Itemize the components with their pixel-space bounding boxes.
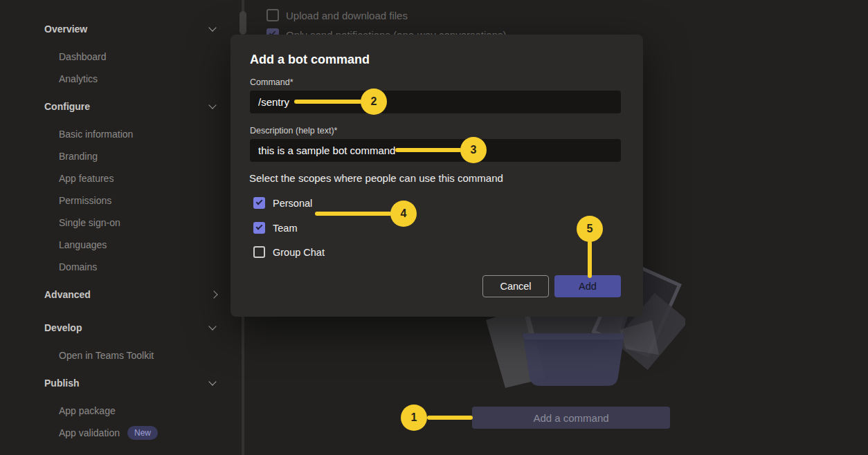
chevron-down-icon [208, 322, 216, 330]
annotation-line-4 [315, 212, 392, 216]
sidebar-item-app-package[interactable]: App package [0, 400, 228, 422]
annotation-line-1 [427, 416, 473, 420]
chevron-down-icon [208, 101, 216, 109]
annotation-line-2 [294, 100, 362, 104]
scrollbar-thumb[interactable] [239, 11, 246, 35]
section-label: Publish [44, 378, 80, 389]
item-label: Open in Teams Toolkit [59, 350, 154, 361]
annotation-line-3 [395, 148, 462, 152]
dialog-title: Add a bot command [250, 53, 370, 67]
item-label: Branding [59, 151, 98, 162]
item-label: App features [59, 173, 114, 184]
add-bot-command-dialog: Add a bot command Command* Description (… [230, 35, 643, 317]
annotation-circle-5: 5 [577, 216, 603, 242]
item-label: Domains [59, 261, 97, 272]
new-badge: New [127, 426, 158, 440]
annotation-circle-3: 3 [460, 137, 487, 163]
scopes-section-label: Select the scopes where people can use t… [249, 172, 503, 184]
description-label: Description (help text)* [250, 126, 337, 136]
sidebar-item-app-validation[interactable]: App validation New [0, 422, 228, 444]
item-label: Analytics [59, 73, 98, 84]
teams-dev-portal-window: Overview Dashboard Analytics Configure B… [0, 0, 868, 455]
sidebar-item-permissions[interactable]: Permissions [0, 189, 228, 212]
scope-personal-checkbox-row[interactable]: Personal [253, 197, 312, 209]
sidebar-section-publish[interactable]: Publish [0, 372, 228, 394]
sidebar-section-advanced[interactable]: Advanced [0, 284, 228, 306]
sidebar-item-open-in-teams-toolkit[interactable]: Open in Teams Toolkit [0, 344, 228, 366]
sidebar-item-analytics[interactable]: Analytics [0, 68, 228, 90]
item-label: Languages [59, 239, 107, 250]
sidebar-section-develop[interactable]: Develop [0, 317, 228, 339]
scope-team-checkbox-row[interactable]: Team [253, 222, 297, 234]
scope-group-chat-checkbox-row[interactable]: Group Chat [253, 246, 325, 258]
annotation-line-5 [588, 241, 592, 278]
section-label: Configure [44, 101, 90, 112]
scope-label: Team [273, 223, 297, 234]
item-label: Single sign-on [59, 217, 120, 228]
checkbox-checked-icon[interactable] [253, 222, 265, 234]
sidebar-item-branding[interactable]: Branding [0, 145, 228, 167]
sidebar-section-overview[interactable]: Overview [0, 18, 228, 40]
upload-download-files-checkbox-row[interactable]: Upload and download files [266, 9, 408, 21]
sidebar-item-languages[interactable]: Languages [0, 234, 228, 256]
command-label: Command* [250, 77, 293, 87]
annotation-circle-1: 1 [401, 405, 427, 431]
sidebar-item-dashboard[interactable]: Dashboard [0, 46, 228, 68]
section-label: Advanced [44, 289, 91, 300]
sidebar-item-single-sign-on[interactable]: Single sign-on [0, 212, 228, 234]
annotation-circle-4: 4 [390, 201, 417, 227]
checkbox-label: Upload and download files [286, 10, 408, 21]
sidebar-item-app-features[interactable]: App features [0, 167, 228, 189]
add-button[interactable]: Add [554, 275, 621, 297]
annotation-circle-2: 2 [361, 89, 387, 115]
scope-label: Group Chat [273, 247, 325, 258]
chevron-right-icon [210, 290, 217, 298]
item-label: Dashboard [59, 51, 107, 62]
section-label: Overview [44, 24, 87, 35]
item-label: Permissions [59, 195, 111, 206]
sidebar-item-domains[interactable]: Domains [0, 256, 228, 278]
cancel-button[interactable]: Cancel [482, 275, 549, 297]
add-a-command-button[interactable]: Add a command [472, 407, 670, 429]
item-label: App validation [59, 427, 120, 438]
scope-label: Personal [273, 198, 312, 209]
sidebar-section-configure[interactable]: Configure [0, 95, 228, 118]
item-label: Basic information [59, 129, 133, 140]
chevron-down-icon [208, 24, 216, 31]
checkbox-unchecked-icon[interactable] [266, 9, 279, 21]
checkbox-unchecked-icon[interactable] [253, 246, 265, 258]
section-label: Develop [44, 322, 82, 333]
sidebar-item-basic-information[interactable]: Basic information [0, 123, 228, 145]
item-label: App package [59, 405, 116, 416]
checkbox-checked-icon[interactable] [253, 197, 265, 209]
chevron-down-icon [208, 378, 216, 385]
